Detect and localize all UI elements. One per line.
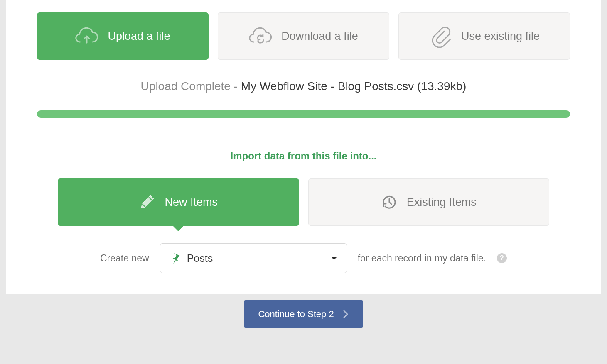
tab-new-items[interactable]: New Items bbox=[58, 178, 299, 226]
chevron-down-icon bbox=[331, 257, 337, 260]
create-prefix: Create new bbox=[100, 253, 149, 264]
dropdown-selected: Posts bbox=[187, 252, 213, 264]
existing-file-option[interactable]: Use existing file bbox=[398, 12, 570, 60]
tab-new-items-label: New Items bbox=[165, 196, 218, 209]
continue-label: Continue to Step 2 bbox=[258, 309, 334, 320]
status-prefix: Upload Complete bbox=[141, 80, 231, 93]
existing-file-label: Use existing file bbox=[461, 30, 540, 43]
continue-button[interactable]: Continue to Step 2 bbox=[244, 300, 363, 328]
uploaded-filename: My Webflow Site - Blog Posts.csv bbox=[241, 80, 414, 93]
cloud-sync-icon bbox=[249, 24, 272, 48]
history-icon bbox=[381, 194, 398, 210]
import-target-tabs: New Items Existing Items bbox=[37, 178, 570, 226]
upload-file-label: Upload a file bbox=[108, 30, 170, 43]
import-panel: Upload a file Download a file Use existi… bbox=[6, 0, 601, 294]
upload-status: Upload Complete - My Webflow Site - Blog… bbox=[37, 80, 570, 93]
tab-existing-items-label: Existing Items bbox=[407, 196, 477, 209]
paperclip-icon bbox=[429, 24, 452, 48]
create-new-row: Create new Posts for each record in my d… bbox=[37, 243, 570, 273]
cloud-upload-icon bbox=[75, 24, 98, 48]
tab-existing-items[interactable]: Existing Items bbox=[308, 178, 550, 226]
download-file-option[interactable]: Download a file bbox=[218, 12, 389, 60]
uploaded-filesize: (13.39kb) bbox=[417, 80, 466, 93]
pin-icon bbox=[170, 252, 181, 264]
footer: Continue to Step 2 bbox=[0, 294, 607, 328]
item-type-dropdown[interactable]: Posts bbox=[160, 243, 347, 273]
create-suffix: for each record in my data file. bbox=[358, 253, 486, 264]
pencil-icon bbox=[139, 194, 155, 210]
upload-progress-bar bbox=[37, 110, 570, 118]
file-source-options: Upload a file Download a file Use existi… bbox=[37, 12, 570, 60]
import-heading: Import data from this file into... bbox=[37, 150, 570, 162]
chevron-right-icon bbox=[342, 309, 349, 319]
help-icon[interactable]: ? bbox=[497, 253, 507, 263]
download-file-label: Download a file bbox=[281, 30, 358, 43]
upload-file-option[interactable]: Upload a file bbox=[37, 12, 209, 60]
